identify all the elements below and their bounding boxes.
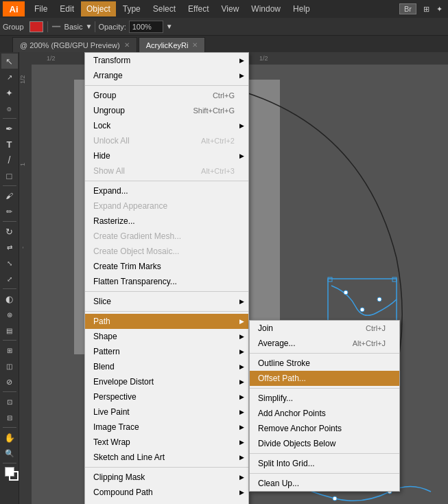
obj-create-mosaic: Create Object Mosaic... — [85, 244, 248, 259]
path-simplify[interactable]: Simplify... — [250, 391, 399, 406]
obj-shape[interactable]: Shape — [85, 329, 248, 344]
obj-arrange[interactable]: Arrange — [85, 68, 248, 83]
tool-selection[interactable]: ↖ — [1, 54, 18, 69]
tool-pencil[interactable]: ✏ — [1, 204, 18, 219]
tool-gradient[interactable]: ◫ — [1, 358, 18, 374]
path-join[interactable]: JoinCtrl+J — [250, 321, 399, 336]
tool-graph[interactable]: ▤ — [1, 323, 18, 338]
path-sep3 — [250, 453, 399, 454]
obj-sep3 — [85, 291, 248, 292]
svg-point-15 — [360, 308, 364, 312]
obj-slice[interactable]: Slice — [85, 294, 248, 309]
tool-width[interactable]: ⤢ — [1, 271, 18, 286]
path-clean-up[interactable]: Clean Up... — [250, 476, 399, 491]
obj-image-trace[interactable]: Image Trace — [85, 420, 248, 435]
obj-compound-path[interactable]: Compound Path — [85, 485, 248, 500]
obj-envelope[interactable]: Envelope Distort — [85, 374, 248, 389]
object-menu: Transform Arrange GroupCtrl+G UngroupShi… — [84, 52, 249, 504]
menu-window[interactable]: Window — [246, 1, 286, 16]
tool-line[interactable]: / — [1, 152, 18, 168]
path-sep1 — [250, 353, 399, 354]
stroke-style-icon: ━━ — [52, 23, 60, 30]
svg-point-17 — [333, 496, 337, 501]
obj-artboards[interactable]: Artboards — [85, 500, 248, 504]
tabs-row: @ 200% (RGB/GPU Preview) ✕ AcrylicKeyRi … — [0, 36, 448, 52]
tool-lasso[interactable]: ⌾ — [1, 101, 18, 116]
obj-perspective[interactable]: Perspective — [85, 389, 248, 404]
obj-group[interactable]: GroupCtrl+G — [85, 88, 248, 103]
tool-magic-wand[interactable]: ✦ — [1, 85, 18, 100]
path-offset-path[interactable]: Offset Path... — [250, 371, 399, 386]
tool-sep5 — [3, 340, 16, 341]
tool-sep8 — [3, 463, 16, 463]
tool-direct-selection[interactable]: ↗ — [1, 69, 18, 84]
obj-blend[interactable]: Blend — [85, 359, 248, 374]
menu-select[interactable]: Select — [148, 1, 181, 16]
obj-live-paint[interactable]: Live Paint — [85, 404, 248, 420]
tool-sep6 — [3, 391, 16, 392]
tool-blend[interactable]: ◐ — [1, 291, 18, 306]
tool-pen[interactable]: ✒ — [1, 121, 18, 136]
menu-edit[interactable]: Edit — [54, 1, 80, 16]
layout-icon: ⊞ — [421, 5, 432, 14]
tool-rotate[interactable]: ↻ — [1, 224, 18, 239]
stroke-swatch[interactable] — [9, 471, 19, 481]
tool-slice[interactable]: ⊟ — [1, 410, 18, 425]
tool-paintbrush[interactable]: 🖌 — [1, 188, 18, 203]
tab-spacer — [0, 36, 12, 52]
obj-ungroup[interactable]: UngroupShift+Ctrl+G — [85, 103, 248, 118]
tool-rect[interactable]: □ — [1, 168, 18, 183]
bridge-btn[interactable]: Br — [399, 3, 416, 14]
obj-flatten[interactable]: Flatten Transparency... — [85, 274, 248, 289]
opacity-arrow[interactable]: ▼ — [166, 23, 173, 30]
obj-text-wrap[interactable]: Text Wrap — [85, 435, 248, 450]
menu-view[interactable]: View — [216, 1, 245, 16]
obj-create-trim[interactable]: Create Trim Marks — [85, 259, 248, 274]
tab-1[interactable]: @ 200% (RGB/GPU Preview) ✕ — [12, 37, 137, 52]
obj-lock[interactable]: Lock — [85, 118, 248, 133]
fill-color[interactable] — [30, 21, 43, 32]
tool-sep1 — [3, 118, 16, 119]
path-outline-stroke[interactable]: Outline Stroke — [250, 356, 399, 371]
stroke-arrow[interactable]: ▼ — [85, 23, 92, 30]
path-split-grid[interactable]: Split Into Grid... — [250, 456, 399, 471]
menu-help[interactable]: Help — [287, 1, 316, 16]
tool-symbol[interactable]: ⊛ — [1, 307, 18, 322]
obj-sep5 — [85, 467, 248, 468]
obj-expand[interactable]: Expand... — [85, 183, 248, 198]
tool-zoom[interactable]: 🔍 — [1, 446, 18, 461]
obj-path[interactable]: Path — [85, 314, 248, 329]
menu-bar: Ai File Edit Object Type Select Effect V… — [0, 0, 448, 18]
fill-stroke-swatch — [5, 467, 14, 477]
obj-clipping-mask[interactable]: Clipping Mask — [85, 470, 248, 485]
tab-2[interactable]: AcrylicKeyRi ✕ — [139, 37, 206, 52]
menu-type[interactable]: Type — [117, 1, 146, 16]
tool-scale[interactable]: ⤡ — [1, 255, 18, 271]
path-sep2 — [250, 388, 399, 389]
obj-transform[interactable]: Transform — [85, 53, 248, 68]
tool-reflect[interactable]: ⇄ — [1, 240, 18, 255]
path-add-anchor[interactable]: Add Anchor Points — [250, 406, 399, 421]
obj-sketch-line[interactable]: Sketch and Line Art — [85, 450, 248, 465]
path-remove-anchor[interactable]: Remove Anchor Points — [250, 421, 399, 436]
tool-hand[interactable]: ✋ — [1, 430, 18, 445]
path-average[interactable]: Average...Alt+Ctrl+J — [250, 336, 399, 351]
tab-2-close[interactable]: ✕ — [192, 41, 198, 49]
obj-sep1 — [85, 85, 248, 86]
menu-effect[interactable]: Effect — [182, 1, 214, 16]
opacity-input[interactable] — [129, 21, 163, 33]
tool-mesh[interactable]: ⊞ — [1, 343, 18, 358]
tool-artboard[interactable]: ⊡ — [1, 394, 18, 409]
tab-1-close[interactable]: ✕ — [124, 41, 130, 49]
menu-file[interactable]: File — [29, 1, 53, 16]
menu-object[interactable]: Object — [81, 1, 116, 16]
opacity-label: Opacity: — [98, 23, 126, 31]
dropdown-container: Transform Arrange GroupCtrl+G UngroupShi… — [84, 52, 249, 504]
obj-hide[interactable]: Hide — [85, 148, 248, 163]
obj-pattern[interactable]: Pattern — [85, 344, 248, 359]
group-label: Group — [3, 23, 24, 31]
path-divide-objects[interactable]: Divide Objects Below — [250, 436, 399, 451]
obj-rasterize[interactable]: Rasterize... — [85, 214, 248, 229]
tool-type[interactable]: T — [1, 137, 18, 152]
tool-eyedropper[interactable]: ⊘ — [1, 374, 18, 389]
